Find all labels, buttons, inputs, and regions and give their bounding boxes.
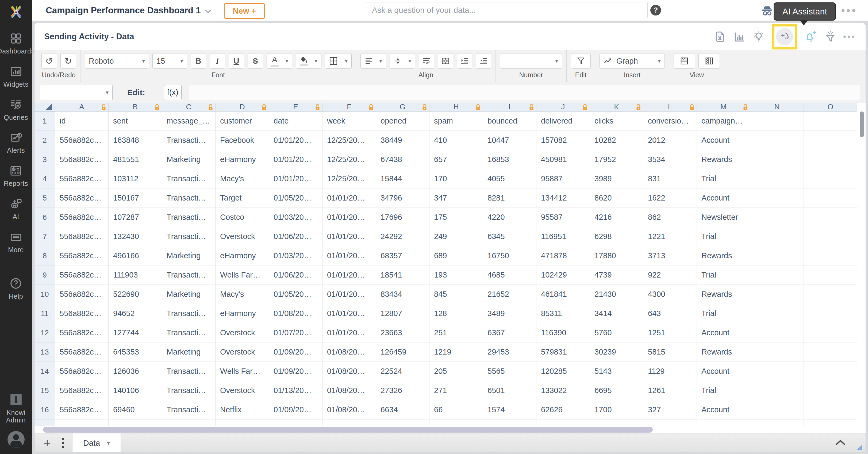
cell-G12[interactable]: 23663 <box>376 323 430 343</box>
cell-N3[interactable] <box>750 150 804 169</box>
cell-H9[interactable]: 193 <box>430 265 483 285</box>
column-header-K[interactable]: K <box>590 103 643 111</box>
column-header-J[interactable]: J <box>536 103 590 111</box>
cell-F10[interactable]: 01/01/20… <box>322 285 376 304</box>
sidebar-item-queries[interactable]: Queries <box>4 98 28 121</box>
cell-K[interactable] <box>590 420 643 426</box>
cell-C[interactable] <box>162 420 216 426</box>
cell-C6[interactable]: Transacti… <box>162 208 216 227</box>
cell-A2[interactable]: 556a882c… <box>55 131 108 150</box>
cell-F3[interactable]: 12/25/20… <box>322 150 376 169</box>
cell-L9[interactable]: 922 <box>643 265 697 285</box>
cell-E9[interactable]: 01/06/20… <box>269 265 322 285</box>
cell-I14[interactable]: 5565 <box>483 362 536 381</box>
cell-M16[interactable]: Account <box>697 400 750 420</box>
cell-F5[interactable]: 01/01/20… <box>322 189 376 208</box>
cell-I10[interactable]: 21652 <box>483 285 536 304</box>
cell-G10[interactable]: 83434 <box>376 285 430 304</box>
sidebar-item-more[interactable]: More <box>8 231 24 254</box>
vertical-align-button[interactable]: ▾ <box>390 53 415 69</box>
select-all-corner[interactable] <box>34 103 55 111</box>
cell-E14[interactable]: 01/09/20… <box>269 362 322 381</box>
cell-F8[interactable]: 01/01/20… <box>322 246 376 265</box>
cell-A15[interactable]: 556a882c… <box>55 381 108 400</box>
user-avatar[interactable] <box>7 431 25 448</box>
cell-G1[interactable]: opened <box>376 111 430 131</box>
row-number[interactable]: 12 <box>34 323 55 343</box>
incognito-icon[interactable] <box>760 4 774 17</box>
row-number[interactable]: 16 <box>34 400 55 420</box>
cell-K4[interactable]: 3989 <box>590 169 643 189</box>
row-number[interactable]: 9 <box>34 265 55 285</box>
chart-icon[interactable] <box>733 31 746 43</box>
knowi-logo-icon[interactable] <box>8 4 24 20</box>
cell-H7[interactable]: 249 <box>430 227 483 246</box>
cell-L7[interactable]: 1221 <box>643 227 697 246</box>
cell-K9[interactable]: 4739 <box>590 265 643 285</box>
cell-N13[interactable] <box>750 343 804 362</box>
text-color-button[interactable]: A ▾ <box>267 53 292 69</box>
cell-D9[interactable]: Wells Far… <box>216 265 269 285</box>
sheet-menu-icon[interactable] <box>62 438 64 448</box>
column-header-D[interactable]: D <box>216 103 269 111</box>
cell-K16[interactable]: 1700 <box>590 400 643 420</box>
cell-reference-select[interactable]: ▾ <box>40 85 113 100</box>
cell-C11[interactable]: Transacti… <box>162 304 216 323</box>
cell-K13[interactable]: 30239 <box>590 343 643 362</box>
cell-O7[interactable] <box>804 227 857 246</box>
cell-L14[interactable]: 1129 <box>643 362 697 381</box>
cell-O4[interactable] <box>804 169 857 189</box>
column-header-L[interactable]: L <box>643 103 697 111</box>
cell-O5[interactable] <box>804 189 857 208</box>
cell-I[interactable] <box>483 420 536 426</box>
cell-B10[interactable]: 522690 <box>108 285 162 304</box>
cell-I16[interactable]: 1574 <box>483 400 536 420</box>
cell-G4[interactable]: 15844 <box>376 169 430 189</box>
cell-M[interactable] <box>697 420 750 426</box>
cell-I11[interactable]: 3489 <box>483 304 536 323</box>
column-header-O[interactable]: O <box>804 103 857 111</box>
cell-B15[interactable]: 140106 <box>108 381 162 400</box>
cell-E[interactable] <box>269 420 322 426</box>
cell-I4[interactable]: 4055 <box>483 169 536 189</box>
cell-O3[interactable] <box>804 150 857 169</box>
cell-L12[interactable]: 1251 <box>643 323 697 343</box>
sidebar-item-help[interactable]: Help <box>9 277 23 300</box>
row-number[interactable]: 1 <box>34 111 55 131</box>
merge-cells-button[interactable] <box>438 53 453 69</box>
cell-G8[interactable]: 68357 <box>376 246 430 265</box>
cell-O8[interactable] <box>804 246 857 265</box>
cell-N6[interactable] <box>750 208 804 227</box>
panel-more-icon[interactable] <box>843 36 855 38</box>
cell-E12[interactable]: 01/07/20… <box>269 323 322 343</box>
cell-H14[interactable]: 205 <box>430 362 483 381</box>
filter-dots-icon[interactable] <box>824 31 836 43</box>
cell-N1[interactable] <box>750 111 804 131</box>
cell-D4[interactable]: Macy's <box>216 169 269 189</box>
cell-O2[interactable] <box>804 131 857 150</box>
cell-J5[interactable]: 134412 <box>536 189 590 208</box>
cell-M11[interactable]: Trial <box>697 304 750 323</box>
cell-C9[interactable]: Transacti… <box>162 265 216 285</box>
cell-O9[interactable] <box>804 265 857 285</box>
cell-B13[interactable]: 645353 <box>108 343 162 362</box>
cell-N[interactable] <box>750 420 804 426</box>
column-header-C[interactable]: C <box>162 103 216 111</box>
cell-F12[interactable]: 01/01/20… <box>322 323 376 343</box>
cell-B6[interactable]: 107287 <box>108 208 162 227</box>
cell-A1[interactable]: id <box>55 111 108 131</box>
cell-E7[interactable]: 01/06/20… <box>269 227 322 246</box>
cell-J[interactable] <box>536 420 590 426</box>
add-sheet-button[interactable]: + <box>43 437 51 449</box>
cell-H10[interactable]: 845 <box>430 285 483 304</box>
cell-D7[interactable]: Overstock <box>216 227 269 246</box>
indent-decrease-button[interactable] <box>476 53 491 69</box>
cell-H16[interactable]: 66 <box>430 400 483 420</box>
cell-J9[interactable]: 102429 <box>536 265 590 285</box>
cell-C8[interactable]: Marketing <box>162 246 216 265</box>
cell-K1[interactable]: clicks <box>590 111 643 131</box>
topbar-more-icon[interactable] <box>841 9 855 12</box>
cell-E13[interactable]: 01/09/20… <box>269 343 322 362</box>
cell-K8[interactable]: 17880 <box>590 246 643 265</box>
cell-K11[interactable]: 3414 <box>590 304 643 323</box>
